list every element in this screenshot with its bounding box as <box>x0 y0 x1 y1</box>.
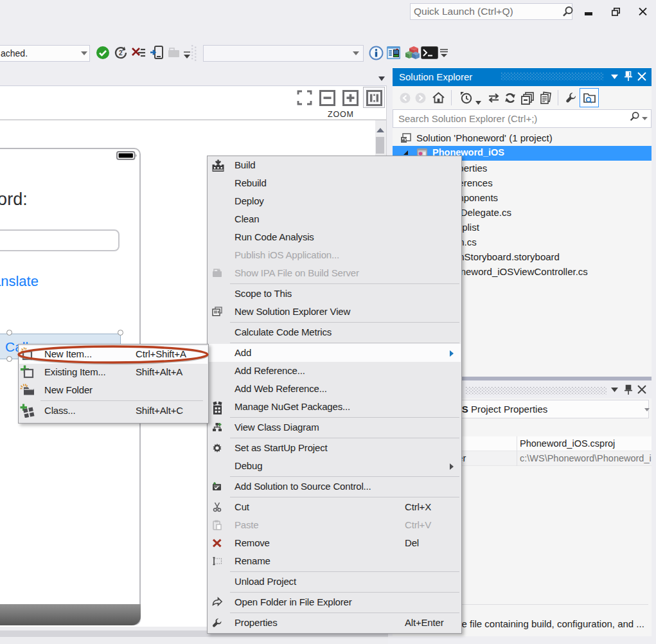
svg-text:2: 2 <box>119 49 123 57</box>
